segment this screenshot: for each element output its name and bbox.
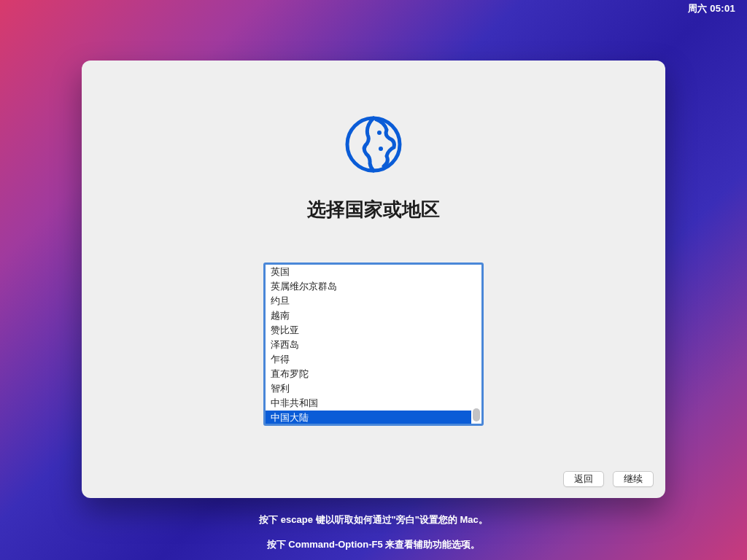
- country-option[interactable]: 乍得: [266, 352, 471, 367]
- scrollbar-thumb[interactable]: [473, 408, 480, 421]
- country-option[interactable]: 泽西岛: [266, 338, 471, 352]
- country-listbox[interactable]: 英国英属维尔京群岛约旦越南赞比亚泽西岛乍得直布罗陀智利中非共和国中国大陆: [263, 262, 484, 426]
- country-option[interactable]: 越南: [266, 308, 471, 323]
- page-title: 选择国家或地区: [307, 197, 440, 222]
- svg-point-1: [377, 131, 382, 135]
- hint-escape-voiceover: 按下 escape 键以听取如何通过"旁白"设置您的 Mac。: [259, 513, 488, 526]
- accessibility-hints: 按下 escape 键以听取如何通过"旁白"设置您的 Mac。 按下 Comma…: [0, 513, 747, 551]
- country-option[interactable]: 英国: [266, 265, 471, 279]
- country-option[interactable]: 中非共和国: [266, 396, 471, 411]
- country-option[interactable]: 智利: [266, 381, 471, 396]
- menubar-clock: 周六 05:01: [688, 2, 735, 15]
- panel-footer: 返回 继续: [82, 460, 665, 498]
- country-option[interactable]: 英属维尔京群岛: [266, 279, 471, 294]
- country-option[interactable]: 中国大陆: [266, 411, 471, 424]
- globe-icon: [344, 115, 403, 176]
- country-option[interactable]: 直布罗陀: [266, 367, 471, 381]
- desktop-background: 周六 05:01 选择国家或地区 英国英属维尔京群岛约旦越南赞比亚泽西岛乍得直布…: [0, 0, 747, 560]
- svg-point-2: [379, 147, 383, 151]
- scrollbar[interactable]: [471, 265, 481, 424]
- hint-command-option-f5: 按下 Command-Option-F5 来查看辅助功能选项。: [267, 538, 481, 551]
- continue-button[interactable]: 继续: [613, 471, 654, 487]
- svg-point-0: [347, 118, 400, 171]
- menubar: 周六 05:01: [688, 0, 747, 18]
- country-option[interactable]: 约旦: [266, 294, 471, 308]
- country-option[interactable]: 赞比亚: [266, 323, 471, 338]
- back-button[interactable]: 返回: [563, 471, 604, 487]
- setup-assistant-panel: 选择国家或地区 英国英属维尔京群岛约旦越南赞比亚泽西岛乍得直布罗陀智利中非共和国…: [82, 61, 665, 498]
